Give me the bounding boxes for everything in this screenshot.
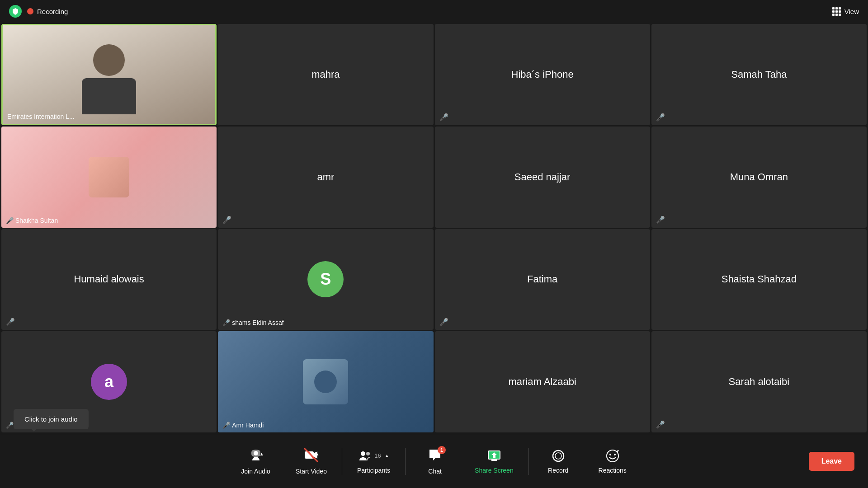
amrhamdi-name: Amr Hamdi <box>232 422 264 429</box>
share-screen-icon <box>487 449 501 463</box>
start-video-label: Start Video <box>296 468 327 475</box>
humaid-mute-icon: 🎤 <box>6 318 15 326</box>
recording-label: Recording <box>37 8 68 15</box>
svg-point-15 <box>609 454 611 455</box>
view-button[interactable]: View <box>832 7 859 16</box>
record-label: Record <box>548 467 568 474</box>
participant-cell-humaid: Humaid alowais 🎤 <box>1 229 217 330</box>
shaikha-mute-icon: 🎤 <box>6 217 14 224</box>
participants-label: Participants <box>357 467 390 474</box>
shams-name: shams Eldin Assaf <box>232 319 283 326</box>
shaikha-name: Shaikha Sultan <box>15 217 58 224</box>
participant-cell-emirates: Emirates Internation L... <box>1 24 217 125</box>
participant-cell-samah: Samah Taha 🎤 <box>651 24 867 125</box>
start-video-button[interactable]: ▲ Start Video <box>283 443 340 479</box>
participants-caret[interactable]: ▲ <box>385 453 389 458</box>
muna-name: Muna Omran <box>730 171 788 183</box>
participant-cell-fatima: Fatima 🎤 <box>435 229 650 330</box>
join-audio-button[interactable]: ▲ Join Audio <box>228 443 283 479</box>
shaikha-name-label: 🎤 Shaikha Sultan <box>6 217 58 224</box>
leave-button[interactable]: Leave <box>809 452 854 471</box>
muna-mute-icon: 🎤 <box>656 216 665 224</box>
video-grid: Emirates Internation L... mahra Hiba´s i… <box>0 23 868 434</box>
share-screen-label: Share Screen <box>475 467 514 474</box>
asmaa-avatar: a <box>91 364 127 400</box>
svg-point-14 <box>607 450 618 462</box>
reactions-button[interactable]: Reactions <box>585 444 640 479</box>
svg-point-6 <box>361 451 365 456</box>
amr-mute-icon: 🎤 <box>222 216 231 224</box>
participant-cell-shams: S 🎤 shams Eldin Assaf <box>218 229 433 330</box>
svg-point-13 <box>555 453 561 459</box>
record-button[interactable]: Record <box>531 444 585 479</box>
svg-point-7 <box>366 452 370 455</box>
participants-icon <box>358 449 373 463</box>
view-label: View <box>844 8 859 15</box>
participants-count: 16 <box>374 452 381 459</box>
recording-indicator: Recording <box>27 8 68 15</box>
sarah-mute-icon: 🎤 <box>656 420 665 429</box>
participant-cell-hiba: Hiba´s iPhone 🎤 <box>435 24 650 125</box>
amrhamdi-photo <box>218 331 433 432</box>
sarah-name: Sarah alotaibi <box>729 376 790 388</box>
participant-cell-mahra: mahra <box>218 24 433 125</box>
toolbar: ▲ Join Audio ▲ Start Video <box>0 434 868 488</box>
chat-label: Chat <box>428 468 442 475</box>
hiba-name: Hiba´s iPhone <box>511 69 574 80</box>
mariam-name: mariam Alzaabi <box>508 376 576 388</box>
participant-cell-shaista: Shaista Shahzad <box>651 229 867 330</box>
audio-tooltip-label: Click to join audio <box>24 415 78 423</box>
samah-name: Samah Taha <box>731 69 787 80</box>
saeed-name: Saeed najjar <box>514 171 571 183</box>
participant-cell-saeed: Saeed najjar <box>435 127 650 228</box>
emirates-name-label: Emirates Internation L... <box>7 113 75 120</box>
svg-point-16 <box>614 454 616 455</box>
grid-icon <box>832 7 841 16</box>
rec-dot <box>27 8 33 14</box>
participant-cell-muna: Muna Omran 🎤 <box>651 127 867 228</box>
mahra-name: mahra <box>311 69 340 80</box>
chat-button[interactable]: 1 Chat <box>408 443 462 479</box>
hiba-mute-icon: 🎤 <box>439 113 448 122</box>
shams-avatar: S <box>307 261 344 297</box>
separator-3 <box>528 448 529 475</box>
top-bar-left: Recording <box>9 5 68 18</box>
shaista-name: Shaista Shahzad <box>722 273 797 285</box>
asmaa-mute-icon: 🎤 <box>6 422 14 429</box>
amr-name: amr <box>317 171 334 183</box>
separator-2 <box>405 448 406 475</box>
humaid-name: Humaid alowais <box>74 273 144 285</box>
amrhamdi-name-label: 🎤 Amr Hamdi <box>222 422 264 429</box>
shams-mute-icon: 🎤 <box>222 319 230 326</box>
start-video-caret[interactable]: ▲ <box>315 451 320 456</box>
participant-cell-amrhamdi: 🎤 Amr Hamdi <box>218 331 433 432</box>
reactions-icon <box>605 449 620 463</box>
samah-mute-icon: 🎤 <box>656 113 665 122</box>
participant-cell-sarah: Sarah alotaibi 🎤 <box>651 331 867 432</box>
separator-1 <box>342 448 342 475</box>
chat-badge: 1 <box>438 446 446 454</box>
share-screen-button[interactable]: Share Screen <box>462 444 526 479</box>
top-bar: Recording View <box>0 0 868 23</box>
join-audio-label: Join Audio <box>241 468 270 475</box>
participants-button[interactable]: 16 ▲ Participants <box>344 444 403 479</box>
fatima-name: Fatima <box>527 273 557 285</box>
shield-icon <box>9 5 22 18</box>
record-icon <box>551 449 566 463</box>
svg-point-12 <box>553 450 564 461</box>
reactions-label: Reactions <box>599 467 627 474</box>
join-audio-caret[interactable]: ▲ <box>259 451 264 456</box>
emirates-name: Emirates Internation L... <box>7 113 75 120</box>
shaikha-bg <box>1 127 217 228</box>
svg-rect-10 <box>491 460 497 461</box>
audio-tooltip[interactable]: Click to join audio <box>14 409 89 429</box>
participant-cell-mariam: mariam Alzaabi <box>435 331 650 432</box>
amrhamdi-mute-icon: 🎤 <box>222 422 230 429</box>
participant-cell-shaikha: 🎤 Shaikha Sultan <box>1 127 217 228</box>
fatima-mute-icon: 🎤 <box>439 318 448 326</box>
shams-name-label: 🎤 shams Eldin Assaf <box>222 319 283 326</box>
participant-cell-amr: amr 🎤 <box>218 127 433 228</box>
